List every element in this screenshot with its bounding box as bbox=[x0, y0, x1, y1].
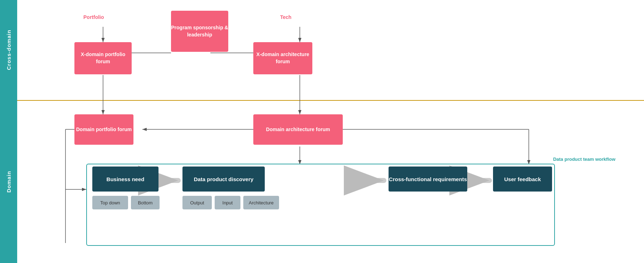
architecture-box: Architecture bbox=[243, 196, 279, 209]
top-down-box: Top down bbox=[92, 196, 128, 209]
user-feedback-box: User feedback bbox=[493, 167, 552, 192]
x-domain-architecture-box: X-domain architecture forum bbox=[253, 42, 312, 74]
program-sponsorship-box: Program sponsorship & leadership bbox=[171, 11, 228, 52]
divider-line bbox=[17, 100, 644, 101]
domain-architecture-box: Domain architecture forum bbox=[253, 114, 343, 145]
portfolio-label: Portfolio bbox=[83, 14, 112, 20]
x-domain-portfolio-box: X-domain portfolio forum bbox=[74, 42, 132, 74]
output-box: Output bbox=[182, 196, 212, 209]
tech-label: Tech bbox=[280, 14, 302, 20]
business-need-box: Business need bbox=[92, 167, 158, 192]
content-area: Portfolio Tech Program sponsorship & lea… bbox=[17, 0, 644, 263]
input-box: Input bbox=[215, 196, 240, 209]
main-container: Cross-domain Domain bbox=[0, 0, 644, 263]
left-labels: Cross-domain Domain bbox=[0, 0, 17, 263]
workflow-label: Data product team workflow bbox=[553, 157, 615, 162]
domain-portfolio-box: Domain portfolio forum bbox=[74, 114, 133, 145]
data-product-discovery-box: Data product discovery bbox=[182, 167, 265, 192]
bottom-box: Bottom bbox=[131, 196, 160, 209]
domain-label: Domain bbox=[0, 100, 17, 263]
cross-functional-box: Cross-functional requirements bbox=[389, 167, 467, 192]
cross-domain-label: Cross-domain bbox=[0, 0, 17, 100]
